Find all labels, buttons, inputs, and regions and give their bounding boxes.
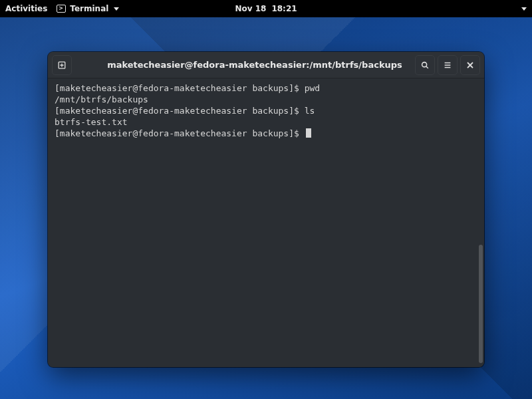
titlebar-spacer (74, 55, 94, 75)
window-title: maketecheasier@fedora-maketecheasier:/mn… (97, 60, 412, 70)
terminal-output[interactable]: [maketecheasier@fedora-maketecheasier ba… (48, 78, 477, 367)
system-status-area[interactable] (496, 7, 527, 11)
terminal-window: maketecheasier@fedora-maketecheasier:/mn… (48, 52, 484, 367)
terminal-cursor (306, 128, 311, 138)
search-button[interactable] (415, 55, 435, 75)
scrollbar-vertical[interactable] (477, 78, 484, 367)
scrollbar-thumb[interactable] (479, 245, 483, 363)
new-tab-button[interactable] (52, 55, 72, 75)
svg-point-12 (422, 62, 427, 66)
app-menu-label: Terminal (70, 4, 108, 13)
terminal-line: /mnt/btrfs/backups (55, 94, 472, 105)
gnome-top-bar: Activities > Terminal Nov 18 18:21 (0, 0, 532, 17)
close-button[interactable] (460, 55, 480, 75)
chevron-down-icon (521, 7, 527, 11)
activities-button[interactable]: Activities (5, 4, 47, 13)
window-titlebar[interactable]: maketecheasier@fedora-maketecheasier:/mn… (48, 52, 484, 78)
app-menu[interactable]: > Terminal (57, 4, 119, 13)
terminal-icon: > (57, 5, 66, 13)
clock-date: Nov 18 (235, 4, 266, 13)
hamburger-menu-button[interactable] (438, 55, 458, 75)
terminal-line: [maketecheasier@fedora-maketecheasier ba… (55, 128, 472, 139)
terminal-body: [maketecheasier@fedora-maketecheasier ba… (48, 78, 484, 367)
terminal-line: [maketecheasier@fedora-maketecheasier ba… (55, 105, 472, 116)
svg-line-13 (426, 66, 428, 68)
clock-time: 18:21 (271, 4, 297, 13)
terminal-line: [maketecheasier@fedora-maketecheasier ba… (55, 82, 472, 94)
clock[interactable]: Nov 18 18:21 (235, 4, 297, 13)
terminal-line: btrfs-test.txt (55, 116, 472, 128)
chevron-down-icon (114, 7, 119, 11)
